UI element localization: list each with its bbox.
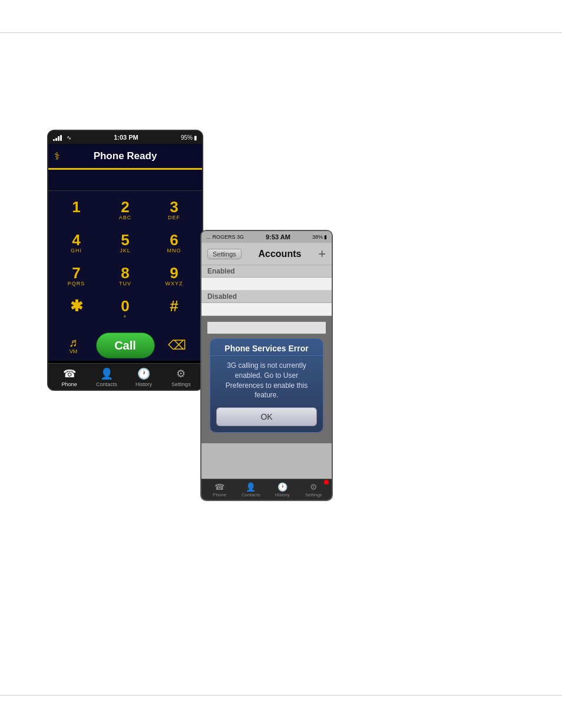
- phone2-contacts-icon: 👤: [246, 482, 256, 492]
- keypad-key-star[interactable]: ✱: [56, 294, 97, 324]
- phone2-statusbar-left: ... ROGERS 3G: [206, 234, 244, 240]
- phone1-header: ⚕ Phone Ready: [48, 144, 202, 170]
- error-dialog: Phone Services Error 3G calling is not c…: [210, 338, 323, 433]
- call-button-label: Call: [114, 339, 136, 353]
- keypad-key-3[interactable]: 3 DEF: [154, 195, 195, 225]
- keypad-row-2: 4 GHI 5 JKL 6 MNO: [52, 228, 199, 258]
- nav-label-settings: Settings: [171, 381, 191, 387]
- phone-nav-icon: ☎: [63, 367, 76, 380]
- phone2-nav-settings-label: Settings: [305, 492, 322, 498]
- keypad-key-9[interactable]: 9 WXYZ: [154, 261, 195, 291]
- wifi-icon: ∿: [67, 134, 71, 141]
- nav-item-history[interactable]: 🕐 History: [128, 367, 160, 387]
- error-dialog-body: 3G calling is not currently enabled. Go …: [210, 356, 323, 405]
- modal-bg-content: [207, 322, 326, 334]
- phone2-time: 9:53 AM: [266, 233, 290, 241]
- voicemail-icon: ♬: [69, 337, 78, 348]
- enabled-section-header: Enabled: [201, 265, 332, 278]
- keypad-key-1[interactable]: 1: [56, 195, 97, 225]
- accounts-list: Enabled Disabled: [201, 265, 332, 316]
- accounts-title: Accounts: [258, 249, 301, 259]
- keypad-row-4: ✱ 0 + #: [52, 294, 199, 324]
- keypad-row-1: 1 2 ABC 3 DEF: [52, 195, 199, 225]
- phone1-title: Phone Ready: [94, 150, 157, 162]
- nav-item-settings[interactable]: ⚙ Settings: [165, 367, 197, 387]
- keypad-key-5[interactable]: 5 JKL: [105, 228, 146, 258]
- keypad-key-8[interactable]: 8 TUV: [105, 261, 146, 291]
- phone2-nav-phone-label: Phone: [213, 492, 226, 498]
- nav-item-contacts[interactable]: 👤 Contacts: [90, 367, 123, 387]
- backspace-button[interactable]: ⌫: [157, 332, 198, 358]
- phone1-nav: ☎ Phone 👤 Contacts 🕐 History ⚙ Settings: [48, 363, 202, 390]
- phone2-nav-settings[interactable]: ⚙ Settings: [300, 482, 326, 498]
- phone2-phone-icon: ☎: [214, 482, 224, 492]
- phone-ready-icon: ⚕: [54, 150, 60, 163]
- signal-bars-icon: [53, 134, 62, 141]
- phone1-statusbar: ∿ 1:03 PM 95% ▮: [48, 131, 202, 144]
- phone1-time: 1:03 PM: [114, 134, 138, 141]
- phone1-action-row: ♬ VM Call ⌫: [48, 330, 202, 361]
- call-button[interactable]: Call: [96, 332, 155, 358]
- voicemail-label: VM: [70, 348, 78, 354]
- statusbar-left: ∿: [53, 134, 71, 141]
- phone2-battery: 38% ▮: [312, 234, 327, 240]
- phone2-nav-phone[interactable]: ☎ Phone: [207, 482, 233, 498]
- phone1-keypad: 1 2 ABC 3 DEF 4 GHI 5 JKL 6: [48, 191, 202, 330]
- disabled-section-header: Disabled: [201, 291, 332, 303]
- nav-label-phone: Phone: [62, 381, 77, 387]
- carrier-label: ROGERS 3G: [213, 234, 244, 240]
- phone2-history-icon: 🕐: [277, 482, 287, 492]
- keypad-key-2[interactable]: 2 ABC: [105, 195, 146, 225]
- modal-overlay: Phone Services Error 3G calling is not c…: [201, 316, 332, 443]
- phone1-device: ∿ 1:03 PM 95% ▮ ⚕ Phone Ready 1 2 ABC 3: [47, 130, 203, 391]
- phone1-display[interactable]: [48, 170, 202, 191]
- error-dialog-ok-button[interactable]: OK: [216, 407, 317, 426]
- phone2-nav-history[interactable]: 🕐 History: [269, 482, 295, 498]
- phone2-device: ... ROGERS 3G 9:53 AM 38% ▮ Settings Acc…: [200, 230, 333, 501]
- back-button[interactable]: Settings: [207, 249, 242, 259]
- phone2-accounts-header: Settings Accounts +: [201, 243, 332, 265]
- keypad-row-3: 7 PQRS 8 TUV 9 WXYZ: [52, 261, 199, 291]
- nav-label-history: History: [135, 381, 152, 387]
- phone2-nav-contacts[interactable]: 👤 Contacts: [238, 482, 264, 498]
- history-nav-icon: 🕐: [137, 367, 150, 380]
- keypad-key-hash[interactable]: #: [154, 294, 195, 324]
- page-rule-top: [0, 32, 562, 33]
- settings-badge: [324, 480, 329, 485]
- phone2-nav: ☎ Phone 👤 Contacts 🕐 History ⚙ Settings: [201, 479, 332, 500]
- carrier-dots: ...: [206, 234, 211, 240]
- nav-item-phone[interactable]: ☎ Phone: [53, 367, 85, 387]
- phone2-nav-history-label: History: [275, 492, 290, 498]
- battery-icon: ▮: [324, 234, 327, 240]
- keypad-key-4[interactable]: 4 GHI: [56, 228, 97, 258]
- keypad-key-7[interactable]: 7 PQRS: [56, 261, 97, 291]
- error-dialog-title: Phone Services Error: [210, 339, 323, 356]
- keypad-key-0[interactable]: 0 +: [105, 294, 146, 324]
- page-rule-bottom: [0, 695, 562, 696]
- phone1-battery: 95% ▮: [181, 134, 197, 141]
- phone2-settings-icon: ⚙: [310, 482, 318, 492]
- settings-nav-icon: ⚙: [176, 367, 186, 380]
- nav-label-contacts: Contacts: [96, 381, 117, 387]
- add-account-button[interactable]: +: [318, 248, 326, 261]
- phone2-bottom-area: [201, 443, 332, 479]
- keypad-key-6[interactable]: 6 MNO: [154, 228, 195, 258]
- enabled-section-content: [201, 278, 332, 291]
- phone2-statusbar: ... ROGERS 3G 9:53 AM 38% ▮: [201, 231, 332, 243]
- contacts-nav-icon: 👤: [100, 367, 113, 380]
- backspace-icon: ⌫: [168, 338, 186, 353]
- disabled-section-content: [201, 303, 332, 316]
- phone2-nav-contacts-label: Contacts: [242, 492, 260, 498]
- voicemail-button[interactable]: ♬ VM: [53, 332, 94, 358]
- ok-button-label: OK: [260, 412, 272, 421]
